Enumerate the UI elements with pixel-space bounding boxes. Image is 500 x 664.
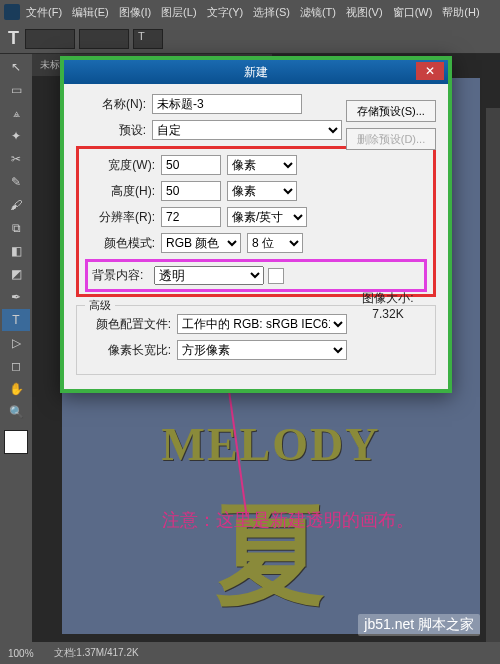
color-swatch[interactable] (4, 430, 28, 454)
name-input[interactable] (152, 94, 302, 114)
menu-file[interactable]: 文件(F) (26, 5, 62, 20)
doc-size: 文档:1.37M/417.2K (54, 646, 139, 660)
color-mode-select[interactable]: RGB 颜色 (161, 233, 241, 253)
eyedropper-tool-icon[interactable]: ✎ (2, 171, 30, 193)
status-bar: 100% 文档:1.37M/417.2K (0, 642, 500, 664)
crop-tool-icon[interactable]: ✂ (2, 148, 30, 170)
annotation-text: 注意：这里是新建透明的画布。 (162, 508, 414, 532)
dialog-title: 新建 (244, 64, 268, 81)
font-family-select[interactable] (25, 29, 75, 49)
highlight-red-box: 宽度(W): 像素 高度(H): 像素 分辨率(R): 像素/英寸 颜色模式: … (76, 146, 436, 297)
ps-logo-icon (4, 4, 20, 20)
aspect-label: 像素长宽比: (83, 342, 171, 359)
watermark: jb51.net 脚本之家 (358, 614, 480, 636)
zoom-level[interactable]: 100% (8, 648, 34, 659)
move-tool-icon[interactable]: ↖ (2, 56, 30, 78)
stamp-tool-icon[interactable]: ⧉ (2, 217, 30, 239)
background-select[interactable]: 透明 (154, 266, 264, 285)
gradient-tool-icon[interactable]: ◩ (2, 263, 30, 285)
width-label: 宽度(W): (85, 157, 155, 174)
bit-depth-select[interactable]: 8 位 (247, 233, 303, 253)
background-label: 背景内容: (92, 267, 154, 284)
canvas-text-xia: 夏 (62, 481, 480, 630)
background-swatch[interactable] (268, 268, 284, 284)
menu-type[interactable]: 文字(Y) (207, 5, 244, 20)
pen-tool-icon[interactable]: ✒ (2, 286, 30, 308)
profile-label: 颜色配置文件: (83, 316, 171, 333)
menu-filter[interactable]: 滤镜(T) (300, 5, 336, 20)
height-input[interactable] (161, 181, 221, 201)
menu-window[interactable]: 窗口(W) (393, 5, 433, 20)
new-document-dialog: 新建 ✕ 名称(N): 预设: 自定 存储预设(S)... 删除预设(D)...… (60, 56, 452, 393)
dialog-titlebar[interactable]: 新建 ✕ (64, 60, 448, 84)
name-label: 名称(N): (76, 96, 146, 113)
resolution-label: 分辨率(R): (85, 209, 155, 226)
canvas-text-melody: MELODY (62, 418, 480, 471)
path-tool-icon[interactable]: ▷ (2, 332, 30, 354)
height-unit-select[interactable]: 像素 (227, 181, 297, 201)
shape-tool-icon[interactable]: ◻ (2, 355, 30, 377)
highlight-pink-box: 背景内容: 透明 (85, 259, 427, 292)
menu-image[interactable]: 图像(I) (119, 5, 151, 20)
menu-bar: 文件(F) 编辑(E) 图像(I) 图层(L) 文字(Y) 选择(S) 滤镜(T… (0, 0, 500, 24)
pixel-aspect-select[interactable]: 方形像素 (177, 340, 347, 360)
menu-help[interactable]: 帮助(H) (442, 5, 479, 20)
wand-tool-icon[interactable]: ✦ (2, 125, 30, 147)
resolution-unit-select[interactable]: 像素/英寸 (227, 207, 307, 227)
advanced-legend: 高级 (85, 298, 115, 313)
preset-select[interactable]: 自定 (152, 120, 342, 140)
preset-label: 预设: (76, 122, 146, 139)
eraser-tool-icon[interactable]: ◧ (2, 240, 30, 262)
type-tool-icon[interactable]: T (2, 309, 30, 331)
advanced-fieldset: 高级 颜色配置文件: 工作中的 RGB: sRGB IEC619 像素长宽比: … (76, 305, 436, 375)
height-label: 高度(H): (85, 183, 155, 200)
menu-select[interactable]: 选择(S) (253, 5, 290, 20)
hand-tool-icon[interactable]: ✋ (2, 378, 30, 400)
zoom-tool-icon[interactable]: 🔍 (2, 401, 30, 423)
type-tool-icon: T (8, 28, 19, 49)
delete-preset-button: 删除预设(D)... (346, 128, 436, 150)
close-button[interactable]: ✕ (416, 62, 444, 80)
save-preset-button[interactable]: 存储预设(S)... (346, 100, 436, 122)
menu-view[interactable]: 视图(V) (346, 5, 383, 20)
marquee-tool-icon[interactable]: ▭ (2, 79, 30, 101)
right-panel-collapsed[interactable] (486, 108, 500, 664)
font-style-select[interactable] (79, 29, 129, 49)
menu-edit[interactable]: 编辑(E) (72, 5, 109, 20)
menu-layer[interactable]: 图层(L) (161, 5, 196, 20)
resolution-input[interactable] (161, 207, 221, 227)
lasso-tool-icon[interactable]: ⟁ (2, 102, 30, 124)
options-bar: T T (0, 24, 500, 54)
color-profile-select[interactable]: 工作中的 RGB: sRGB IEC619 (177, 314, 347, 334)
font-size-select[interactable]: T (133, 29, 163, 49)
width-input[interactable] (161, 155, 221, 175)
color-mode-label: 颜色模式: (85, 235, 155, 252)
width-unit-select[interactable]: 像素 (227, 155, 297, 175)
toolbox: ↖ ▭ ⟁ ✦ ✂ ✎ 🖌 ⧉ ◧ ◩ ✒ T ▷ ◻ ✋ 🔍 (0, 54, 32, 664)
brush-tool-icon[interactable]: 🖌 (2, 194, 30, 216)
